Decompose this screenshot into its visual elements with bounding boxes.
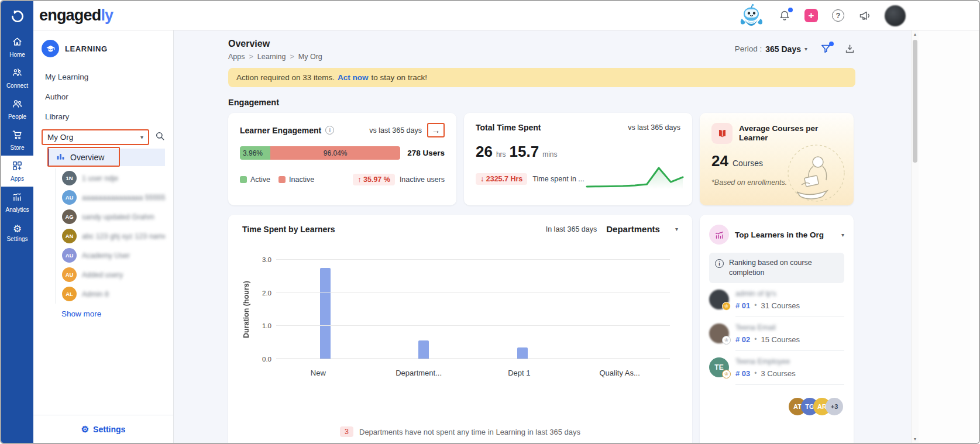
avg-courses-value: 24 [711,152,728,170]
bar-New[interactable] [320,268,331,359]
filter-active-dot [829,42,834,46]
group-by-dropdown[interactable]: Departments ▾ [606,224,678,234]
card-title: Total Time Spent [476,123,541,132]
chevron-down-icon[interactable]: ▾ [841,232,844,238]
engagedly-mark-icon[interactable] [1,1,33,32]
avatar: AN [62,229,77,243]
delta-label: Inactive users [400,175,445,184]
avg-courses-unit: Courses [733,159,763,168]
minutes-unit: mins [542,150,557,159]
sidebar-item-connect[interactable]: Connect [1,63,33,94]
breadcrumb-separator: > [249,53,253,61]
inactive-pct-label: 96.04% [324,149,348,157]
vertical-scrollbar[interactable]: ▲ ▼ [911,30,919,443]
breadcrumb-learning[interactable]: Learning [257,53,286,61]
engagement-stacked-bar: 3.96% 96.04% [240,146,400,160]
analytics-icon [12,191,23,205]
bar-Dept 1[interactable] [517,347,528,359]
gridline [276,359,670,359]
scroll-up-arrow[interactable]: ▲ [912,32,919,36]
user-avatar[interactable] [885,5,906,26]
inactive-segment[interactable]: 96.04% [270,146,400,160]
bar-slot [473,260,572,359]
help-icon[interactable]: ? [832,9,844,22]
period-selector[interactable]: Period : 365 Days ▾ [735,44,807,54]
sidebar-item-analytics[interactable]: Analytics [1,187,33,218]
alert-text: Action required on 33 items. [236,73,335,82]
list-item[interactable]: AUaaaaaaaaaaaaaaa 555555555... [62,188,165,207]
show-more-link[interactable]: Show more [61,309,165,318]
app-window: Home Connect People Store Apps Analytics… [0,0,980,444]
quick-add-button[interactable]: + [804,9,818,22]
user-name-blurred: aaaaaaaaaaaaaaa 555555555... [82,194,165,202]
breadcrumb-apps[interactable]: Apps [228,53,245,61]
list-item[interactable]: 1N1 user ndje [62,168,165,188]
user-name-blurred: abc 123 ghj xyz 123 name [82,232,165,240]
x-tick-label: Dept 1 [469,369,570,377]
learner-rank[interactable]: # 02 [735,335,750,344]
nav-my-learning[interactable]: My Learning [42,68,165,86]
assistant-mascot-icon[interactable] [739,4,765,28]
home-icon [12,36,23,50]
action-required-banner: Action required on 33 items. Act now to … [228,68,855,87]
gridline [276,259,670,260]
list-item[interactable]: AGsandy updated Grahm [62,207,165,226]
note-count-badge: 3 [340,426,353,437]
page-title: Overview [228,39,322,49]
info-icon: i [715,259,724,268]
scroll-down-arrow[interactable]: ▼ [912,437,919,441]
y-tick-label: 3.0 [253,256,271,263]
bar-Department...[interactable] [418,340,429,359]
learner-illustration [766,143,851,204]
gridline [276,325,670,326]
learner-row[interactable]: ♔ Teena Email # 02•15 Courses [709,317,844,351]
open-detail-arrow-button[interactable]: → [427,123,445,137]
act-now-link[interactable]: Act now [338,73,369,82]
top-learners-card: Top Learners in the Org ▾ i Ranking base… [700,215,854,443]
average-courses-card: Average Courses per Learner 24 Courses *… [700,113,854,205]
learner-row[interactable]: TE♔ Teena Employee # 03•3 Courses [709,351,844,385]
filter-icon[interactable] [820,43,831,54]
sidebar-item-people[interactable]: People [1,94,33,125]
period-label: Period : [735,44,762,53]
engagedly-logo[interactable]: engagedly [39,6,113,25]
left-rail: Home Connect People Store Apps Analytics… [1,1,33,443]
list-item[interactable]: ALAdmin 8 [62,284,165,304]
org-dropdown[interactable]: My Org ▾ [42,129,149,145]
learner-rank[interactable]: # 03 [735,369,750,378]
learning-settings-button[interactable]: ⚙ Settings [33,415,173,443]
search-icon[interactable] [155,131,165,143]
scrollbar-thumb[interactable] [913,40,917,163]
note-text: Departments have not spent any time in L… [359,428,580,436]
sidebar-item-apps[interactable]: Apps [1,156,33,187]
overflow-count-avatar: +3 [826,398,843,415]
list-item[interactable]: AUAcademy User [62,246,165,265]
notifications-bell-icon[interactable] [779,9,790,22]
learning-header: LEARNING [42,40,165,57]
nav-overview-selected[interactable]: Overview [47,149,165,166]
list-item[interactable]: ANabc 123 ghj xyz 123 name [62,226,165,246]
gear-icon: ⚙ [81,424,89,434]
info-icon[interactable]: i [325,126,334,135]
user-name-blurred: Academy User [82,252,130,260]
active-segment[interactable]: 3.96% [240,146,270,160]
learner-rank[interactable]: # 01 [735,301,750,310]
announcements-megaphone-icon[interactable] [858,9,871,22]
more-learners-avatar-stack[interactable]: AT TG AR +3 [709,398,844,415]
nav-library[interactable]: Library [42,108,165,126]
learner-row[interactable]: ♔ admin of lp's # 01•31 Courses [709,283,844,317]
learner-courses: 3 Courses [761,369,796,378]
logo-text-blue: ly [101,6,113,24]
sidebar-item-store[interactable]: Store [1,125,33,156]
breadcrumb-my-org[interactable]: My Org [298,53,322,61]
nav-author[interactable]: Author [42,88,165,106]
sidebar-item-home[interactable]: Home [1,32,33,63]
sidebar-item-settings[interactable]: ⚙ Settings [1,218,33,249]
breadcrumb-separator: > [290,53,294,61]
users-total: 278 Users [407,149,445,157]
learning-sidebar: LEARNING My Learning Author Library My O… [33,30,174,443]
learner-engagement-card: Learner Engagementi vs last 365 days → 3… [228,113,456,205]
graduation-cap-icon [42,40,59,57]
list-item[interactable]: AUAdded usery [62,265,165,284]
download-icon[interactable] [844,43,855,54]
